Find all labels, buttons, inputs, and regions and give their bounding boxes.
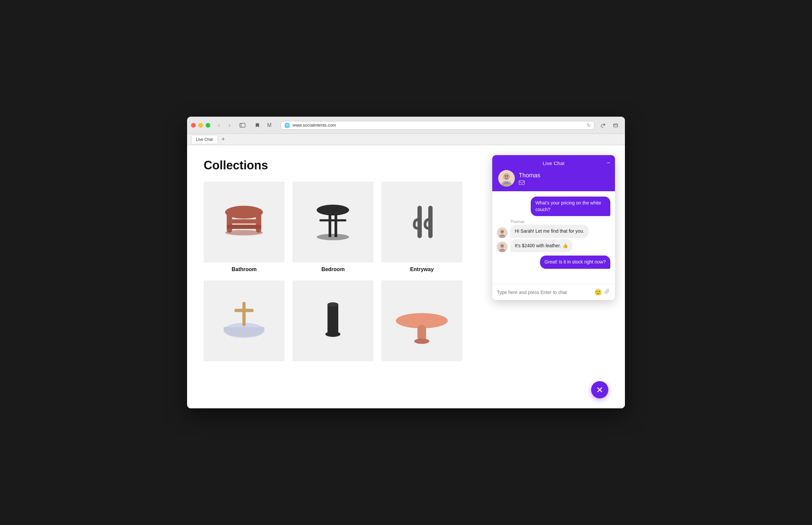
- url-text: www.socialintents.com: [293, 123, 584, 127]
- message-row-3: It's $2400 with leather. 👍: [497, 239, 610, 253]
- message-row-1: What's your pricing on the white couch?: [497, 197, 610, 216]
- svg-rect-34: [519, 181, 524, 185]
- agent-messages-group: Thomas: [497, 220, 610, 252]
- nav-buttons: ‹ ›: [214, 121, 234, 130]
- globe-icon: 🌐: [284, 123, 290, 128]
- chat-minimize-button[interactable]: −: [607, 160, 610, 166]
- collections-grid: Bathroom Bedroom: [204, 182, 462, 365]
- svg-point-44: [503, 245, 504, 246]
- svg-point-43: [501, 245, 502, 246]
- chat-input-area: 🙂: [492, 284, 615, 300]
- svg-point-32: [505, 175, 506, 177]
- svg-point-33: [507, 175, 508, 177]
- chat-widget: Live Chat −: [492, 155, 615, 300]
- agent-name-label: Thomas: [510, 220, 610, 224]
- title-bar: ‹ › M 🌐 www.socialintents.com ↻: [187, 117, 625, 134]
- tab-label: Live Chat: [196, 137, 213, 142]
- svg-rect-21: [328, 304, 339, 334]
- message-row-4: Great! Is it in stock right now?: [497, 256, 610, 269]
- maximize-button[interactable]: [206, 123, 210, 127]
- svg-point-9: [225, 230, 263, 235]
- address-bar[interactable]: 🌐 www.socialintents.com ↻: [280, 121, 594, 130]
- chat-close-wrapper: [591, 381, 608, 399]
- collection-card-bowl[interactable]: [204, 280, 285, 365]
- new-tab-button[interactable]: +: [219, 136, 227, 144]
- tab-bar: Live Chat +: [187, 134, 625, 145]
- collection-image-entryway: [381, 182, 462, 262]
- collection-card-table[interactable]: [381, 280, 462, 365]
- collection-image-cylinder: [293, 280, 374, 361]
- window-button[interactable]: [610, 121, 621, 130]
- collection-image-table: [381, 280, 462, 361]
- agent-details: Thomas: [519, 172, 609, 185]
- agent-name: Thomas: [519, 172, 609, 179]
- refresh-icon[interactable]: ↻: [587, 123, 591, 128]
- svg-rect-18: [243, 302, 246, 326]
- message-avatar-small-2: [497, 242, 508, 252]
- collection-card-bedroom[interactable]: Bedroom: [293, 182, 374, 272]
- svg-rect-13: [319, 220, 346, 222]
- svg-rect-11: [329, 210, 331, 237]
- svg-point-36: [500, 230, 504, 234]
- bookmark-icon[interactable]: [253, 121, 262, 130]
- chat-close-button[interactable]: [591, 381, 608, 399]
- svg-rect-7: [227, 220, 261, 224]
- chat-input-icons: 🙂: [594, 288, 610, 296]
- svg-point-38: [501, 231, 502, 232]
- traffic-lights: [191, 123, 210, 127]
- message-bubble-4: Great! Is it in stock right now?: [540, 256, 610, 269]
- chat-messages: What's your pricing on the white couch? …: [492, 191, 615, 284]
- emoji-icon[interactable]: 🙂: [594, 289, 602, 296]
- svg-rect-8: [227, 225, 261, 229]
- svg-point-10: [317, 205, 349, 216]
- collection-image-bedroom: [293, 182, 374, 262]
- collection-card-cylinder[interactable]: [293, 280, 374, 365]
- message-bubble-2: Hi Sarah! Let me find that for you.: [510, 225, 589, 238]
- message-bubble-1: What's your pricing on the white couch?: [531, 197, 610, 216]
- page-content: Collections Bathroom: [187, 145, 625, 408]
- svg-rect-16: [429, 206, 433, 238]
- active-tab[interactable]: Live Chat: [191, 135, 218, 144]
- svg-rect-0: [240, 123, 245, 127]
- agent-email-icon: [519, 180, 609, 185]
- extensions-icon[interactable]: M: [265, 121, 274, 130]
- collection-card-entryway[interactable]: Entryway: [381, 182, 462, 272]
- toolbar-icons: M: [253, 121, 274, 130]
- svg-point-22: [325, 332, 340, 337]
- svg-rect-19: [234, 309, 254, 312]
- svg-rect-2: [614, 124, 618, 127]
- svg-point-31: [504, 174, 509, 180]
- close-button[interactable]: [191, 123, 196, 127]
- collection-image-bowl: [204, 280, 285, 361]
- svg-point-41: [500, 244, 504, 248]
- svg-point-14: [317, 234, 349, 241]
- agent-avatar: [498, 170, 515, 186]
- svg-point-39: [503, 231, 504, 232]
- svg-point-23: [328, 303, 339, 307]
- message-row-2: Hi Sarah! Let me find that for you.: [497, 225, 610, 238]
- browser-window: ‹ › M 🌐 www.socialintents.com ↻: [187, 117, 625, 408]
- sidebar-toggle-button[interactable]: [237, 121, 247, 130]
- collection-name-bathroom: Bathroom: [232, 267, 257, 272]
- chat-agent-info: Thomas: [498, 170, 609, 186]
- chat-header: Live Chat −: [492, 155, 615, 191]
- collection-image-bathroom: [204, 182, 285, 262]
- message-bubble-3: It's $2400 with leather. 👍: [510, 239, 572, 253]
- svg-rect-15: [418, 206, 422, 238]
- back-button[interactable]: ‹: [214, 121, 223, 130]
- attachment-icon[interactable]: [604, 288, 610, 296]
- message-avatar-small-1: [497, 227, 508, 238]
- minimize-button[interactable]: [198, 123, 203, 127]
- chat-header-title: Live Chat: [498, 161, 609, 166]
- svg-rect-12: [335, 210, 337, 237]
- svg-point-27: [414, 339, 430, 344]
- chat-input-field[interactable]: [497, 290, 591, 295]
- share-button[interactable]: [598, 121, 608, 130]
- forward-button[interactable]: ›: [225, 121, 234, 130]
- collection-name-entryway: Entryway: [410, 267, 434, 272]
- collection-card-bathroom[interactable]: Bathroom: [204, 182, 285, 272]
- right-toolbar: [598, 121, 621, 130]
- collection-name-bedroom: Bedroom: [321, 267, 345, 272]
